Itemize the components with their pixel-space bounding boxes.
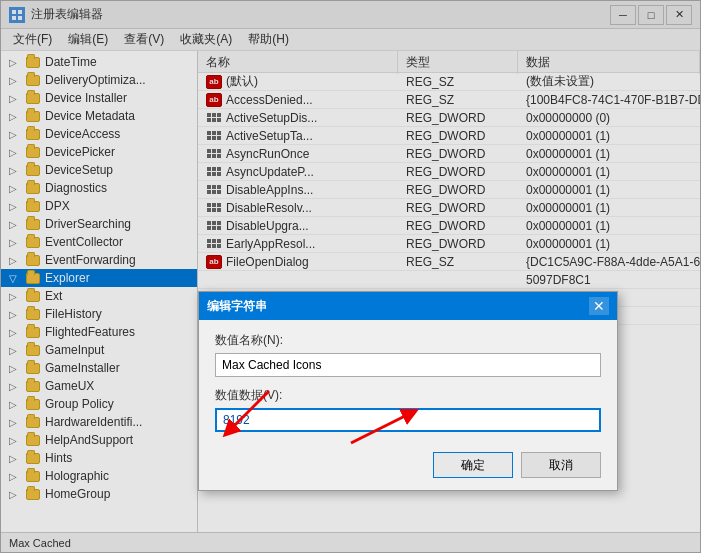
dialog-title: 编辑字符串: [207, 298, 267, 315]
dialog-overlay: 编辑字符串 ✕ 数值名称(N): 数值数据(V): 确定 取消: [1, 1, 700, 552]
value-name-input[interactable]: [215, 353, 601, 377]
edit-string-dialog: 编辑字符串 ✕ 数值名称(N): 数值数据(V): 确定 取消: [198, 291, 618, 491]
dialog-footer: 确定 取消: [199, 444, 617, 490]
dialog-body: 数值名称(N): 数值数据(V):: [199, 320, 617, 444]
ok-button[interactable]: 确定: [433, 452, 513, 478]
dialog-title-bar: 编辑字符串 ✕: [199, 292, 617, 320]
value-data-label: 数值数据(V):: [215, 387, 601, 404]
value-name-label: 数值名称(N):: [215, 332, 601, 349]
registry-editor-window: 注册表编辑器 ─ □ ✕ 文件(F) 编辑(E) 查看(V) 收藏夹(A) 帮助…: [0, 0, 701, 553]
dialog-close-button[interactable]: ✕: [589, 297, 609, 315]
value-data-input[interactable]: [215, 408, 601, 432]
cancel-button[interactable]: 取消: [521, 452, 601, 478]
